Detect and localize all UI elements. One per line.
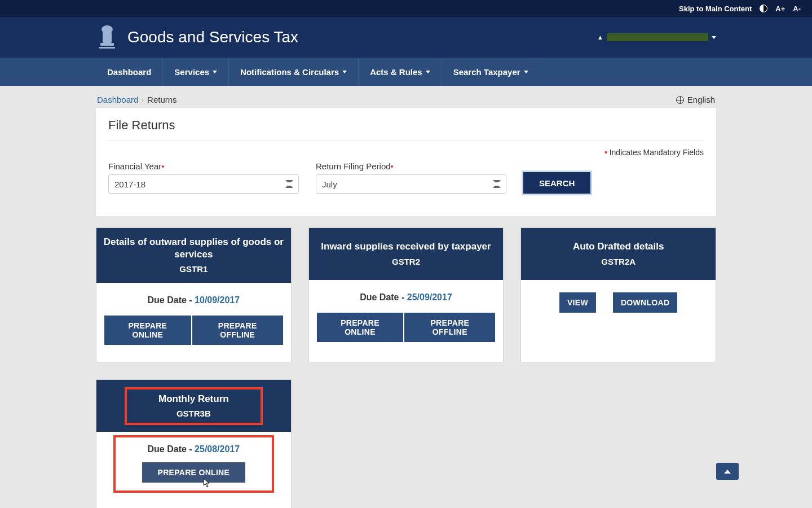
fy-label: Financial Year• — [108, 161, 299, 171]
user-icon: ▲ — [597, 34, 603, 41]
brand: Goods and Services Tax — [96, 21, 298, 53]
due-date: Due Date - 10/09/2017 — [104, 295, 283, 305]
chevron-down-icon — [426, 71, 430, 73]
financial-year-select[interactable]: 2017-18 — [108, 174, 299, 194]
nav-dashboard[interactable]: Dashboard — [96, 58, 163, 86]
return-card-gstr2a: Auto Drafted detailsGSTR2AVIEWDOWNLOAD — [520, 227, 716, 362]
nav-services[interactable]: Services — [163, 58, 229, 86]
card-actions: VIEWDOWNLOAD — [529, 292, 708, 313]
card-title: Details of outward supplies of goods or … — [103, 236, 284, 261]
card-body: Due Date - 25/09/2017PREPARE ONLINEPREPA… — [309, 280, 504, 342]
search-button[interactable]: SEARCH — [523, 172, 590, 194]
asterisk-icon: • — [604, 148, 607, 157]
card-body: Due Date - 25/08/2017PREPARE ONLINE — [96, 432, 291, 493]
emblem-icon — [96, 21, 118, 53]
svg-rect-2 — [100, 43, 114, 46]
card-actions: PREPARE ONLINEPREPARE OFFLINE — [104, 316, 283, 345]
card-code: GSTR1 — [103, 264, 284, 274]
accessibility-bar: Skip to Main Content A+ A- — [0, 0, 812, 17]
card-title: Auto Drafted details — [528, 240, 709, 253]
period-label: Return Filing Period• — [316, 161, 506, 171]
user-name-redacted — [607, 33, 708, 41]
chevron-down-icon — [342, 71, 347, 73]
site-header: Goods and Services Tax ▲ — [0, 17, 812, 58]
skip-link[interactable]: Skip to Main Content — [679, 5, 752, 13]
language-label: English — [687, 95, 715, 104]
breadcrumb-separator: › — [142, 97, 144, 103]
svg-rect-1 — [103, 32, 112, 43]
nav-notifications-circulars[interactable]: Notifications & Circulars — [229, 58, 359, 86]
font-decrease[interactable]: A- — [793, 5, 801, 13]
language-selector[interactable]: English — [676, 95, 715, 104]
font-increase[interactable]: A+ — [775, 5, 785, 13]
due-date: Due Date - 25/08/2017 — [120, 444, 267, 454]
download-button[interactable]: DOWNLOAD — [613, 292, 677, 313]
card-code: GSTR3B — [129, 409, 258, 418]
card-title: Monthly Return — [129, 393, 258, 405]
site-title: Goods and Services Tax — [127, 28, 298, 46]
chevron-down-icon — [712, 36, 716, 39]
breadcrumb-root[interactable]: Dashboard — [97, 95, 138, 104]
chevron-down-icon — [524, 71, 528, 73]
chevron-up-icon — [724, 470, 731, 474]
scroll-top-button[interactable] — [716, 463, 739, 480]
return-card-gstr3b: Monthly ReturnGSTR3BDue Date - 25/08/201… — [96, 379, 292, 508]
card-body: VIEWDOWNLOAD — [521, 280, 716, 313]
prepare-online-button[interactable]: PREPARE ONLINE — [104, 316, 191, 345]
contrast-icon[interactable] — [760, 5, 767, 12]
prepare-offline-button[interactable]: PREPARE OFFLINE — [404, 313, 495, 342]
mandatory-note: • Indicates Mandatory Fields — [108, 148, 704, 157]
prepare-online-button[interactable]: PREPARE ONLINE — [142, 462, 246, 483]
view-button[interactable]: VIEW — [559, 292, 596, 313]
card-title: Inward supplies received by taxpayer — [316, 240, 497, 253]
return-card-gstr2: Inward supplies received by taxpayerGSTR… — [308, 227, 504, 362]
highlight-header-box: Monthly ReturnGSTR3B — [125, 387, 263, 425]
breadcrumb: Dashboard › Returns — [97, 95, 177, 104]
due-date: Due Date - 25/09/2017 — [317, 292, 496, 303]
return-card-gstr1: Details of outward supplies of goods or … — [96, 227, 292, 362]
card-actions: PREPARE ONLINE — [120, 462, 267, 483]
chevron-down-icon — [213, 71, 217, 73]
card-header: Monthly ReturnGSTR3B — [96, 380, 291, 432]
main-nav: DashboardServicesNotifications & Circula… — [0, 58, 812, 86]
return-period-select[interactable]: July — [316, 174, 506, 194]
card-actions: PREPARE ONLINEPREPARE OFFLINE — [317, 313, 496, 342]
card-body: Due Date - 10/09/2017PREPARE ONLINEPREPA… — [96, 283, 291, 345]
prepare-offline-button[interactable]: PREPARE OFFLINE — [192, 316, 283, 345]
file-returns-panel: File Returns • Indicates Mandatory Field… — [96, 108, 716, 216]
nav-acts-rules[interactable]: Acts & Rules — [359, 58, 442, 86]
card-code: GSTR2A — [528, 257, 709, 266]
prepare-online-button[interactable]: PREPARE ONLINE — [317, 313, 404, 342]
card-header: Auto Drafted detailsGSTR2A — [521, 228, 716, 280]
user-menu[interactable]: ▲ — [597, 33, 716, 41]
highlight-body-box: Due Date - 25/08/2017PREPARE ONLINE — [113, 435, 274, 493]
card-header: Details of outward supplies of goods or … — [96, 228, 291, 283]
svg-rect-3 — [99, 47, 115, 49]
globe-icon — [676, 96, 684, 104]
nav-search-taxpayer[interactable]: Search Taxpayer — [442, 58, 540, 86]
card-code: GSTR2 — [316, 257, 497, 266]
card-header: Inward supplies received by taxpayerGSTR… — [309, 228, 504, 280]
page-title: File Returns — [108, 118, 704, 141]
breadcrumb-current: Returns — [147, 95, 177, 104]
